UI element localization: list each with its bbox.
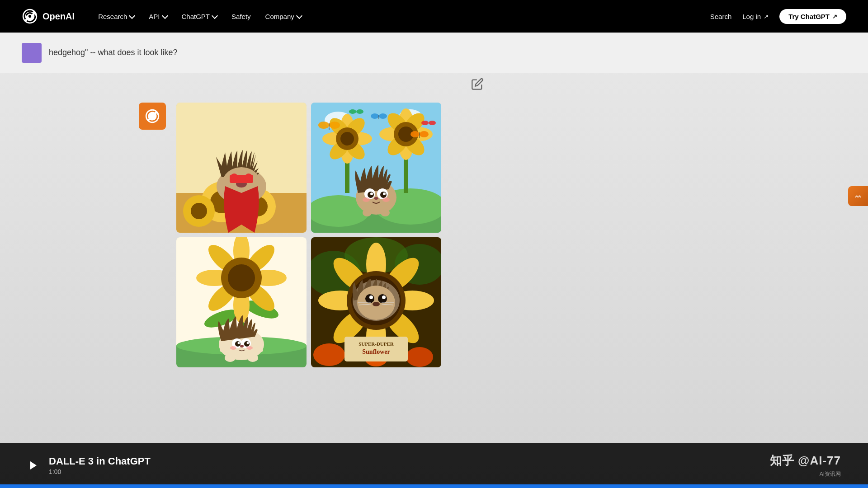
user-message-area: hedgehog" -- what does it look like? (0, 33, 868, 73)
user-avatar (22, 43, 42, 63)
watermark-ai: AI资讯网 (820, 470, 841, 478)
nav-safety[interactable]: Safety (226, 9, 256, 24)
search-button[interactable]: Search (710, 13, 732, 20)
svg-point-7 (191, 203, 207, 219)
svg-point-52 (370, 192, 373, 195)
svg-point-106 (313, 343, 345, 366)
api-chevron-icon (161, 12, 168, 19)
video-title: DALL-E 3 in ChatGPT (49, 455, 151, 467)
image-cell-1[interactable] (176, 103, 307, 233)
video-duration: 1:00 (49, 468, 151, 475)
svg-point-121 (365, 294, 374, 303)
svg-point-125 (373, 302, 380, 306)
play-icon (28, 460, 39, 471)
svg-point-35 (340, 132, 354, 145)
svg-point-122 (378, 294, 387, 303)
content-area: hedgehog" -- what does it look like? (0, 33, 868, 488)
svg-point-66 (379, 113, 387, 119)
svg-point-101 (256, 348, 263, 352)
svg-point-17 (245, 174, 252, 181)
nav-chatgpt[interactable]: ChatGPT (176, 9, 223, 24)
svg-point-54 (363, 197, 370, 202)
chatgpt-logo-icon (144, 108, 161, 125)
video-info: DALL-E 3 in ChatGPT 1:00 (27, 455, 151, 475)
svg-text:SUPER-DUPER: SUPER-DUPER (359, 341, 394, 347)
watermark-zhihu: 知乎 @AI-77 (770, 453, 841, 469)
nav-research[interactable]: Research (93, 9, 140, 24)
openai-logo[interactable]: OpenAI (22, 8, 75, 24)
svg-point-96 (246, 346, 253, 350)
svg-point-95 (230, 346, 236, 350)
svg-point-92 (244, 341, 250, 347)
svg-point-107 (406, 347, 433, 367)
svg-point-94 (247, 342, 249, 344)
play-button[interactable] (27, 459, 40, 472)
user-message-text: hedgehog" -- what does it look like? (49, 48, 178, 57)
edit-icon[interactable] (471, 78, 484, 90)
openai-logo-icon (22, 8, 38, 24)
watermarks: 知乎 @AI-77 AI资讯网 (770, 453, 841, 478)
image-cell-3[interactable] (176, 237, 307, 367)
svg-text:Sunflower: Sunflower (362, 348, 390, 355)
svg-point-100 (220, 348, 227, 352)
image-cell-4[interactable]: SUPER-DUPER Sunflower (311, 237, 441, 367)
nav-api[interactable]: API (143, 9, 172, 24)
svg-point-68 (349, 109, 356, 114)
login-arrow-icon: ↗ (764, 13, 769, 20)
side-badge-text: AA (855, 194, 861, 199)
svg-marker-133 (30, 461, 37, 469)
svg-point-16 (231, 174, 238, 181)
svg-point-53 (383, 192, 386, 195)
svg-point-65 (371, 113, 379, 119)
svg-point-123 (369, 296, 373, 299)
nav-right: Search Log in ↗ Try ChatGPT ↗ (710, 9, 846, 24)
bottom-blue-bar (0, 484, 868, 488)
svg-point-124 (382, 296, 386, 299)
svg-point-56 (374, 197, 378, 200)
chatgpt-chevron-icon (212, 12, 218, 19)
chatgpt-avatar (139, 103, 166, 130)
svg-point-58 (381, 209, 390, 216)
svg-point-69 (356, 109, 363, 114)
svg-point-59 (318, 122, 329, 129)
svg-point-93 (238, 342, 240, 344)
video-text: DALL-E 3 in ChatGPT 1:00 (49, 455, 151, 475)
try-chatgpt-button[interactable]: Try ChatGPT ↗ (779, 9, 846, 24)
edit-icon-container (471, 78, 484, 92)
svg-point-60 (329, 122, 340, 129)
bottom-video-bar: DALL-E 3 in ChatGPT 1:00 知乎 @AI-77 AI资讯网 (0, 443, 868, 488)
svg-point-57 (363, 209, 372, 216)
svg-point-99 (247, 354, 258, 362)
main-content: hedgehog" -- what does it look like? (0, 33, 868, 488)
nav-company[interactable]: Company (260, 9, 307, 24)
svg-point-71 (429, 121, 436, 125)
research-chevron-icon (129, 12, 135, 19)
svg-point-63 (420, 131, 429, 137)
svg-point-97 (240, 345, 244, 347)
svg-point-98 (225, 354, 236, 362)
side-badge[interactable]: AA (848, 186, 868, 206)
login-button[interactable]: Log in ↗ (742, 13, 769, 20)
nav-left: OpenAI Research API ChatGPT Safety Compa… (22, 8, 307, 24)
company-chevron-icon (296, 12, 302, 19)
svg-point-55 (382, 197, 390, 202)
svg-point-87 (228, 264, 255, 291)
navbar: OpenAI Research API ChatGPT Safety Compa… (0, 0, 868, 33)
image-cell-2[interactable] (311, 103, 441, 233)
svg-point-91 (235, 341, 241, 347)
nav-links: Research API ChatGPT Safety Company (93, 9, 307, 24)
try-arrow-icon: ↗ (832, 13, 837, 20)
image-grid: SUPER-DUPER Sunflower (176, 103, 441, 367)
svg-point-70 (421, 121, 429, 125)
svg-point-62 (410, 131, 420, 137)
logo-text: OpenAI (42, 11, 75, 22)
